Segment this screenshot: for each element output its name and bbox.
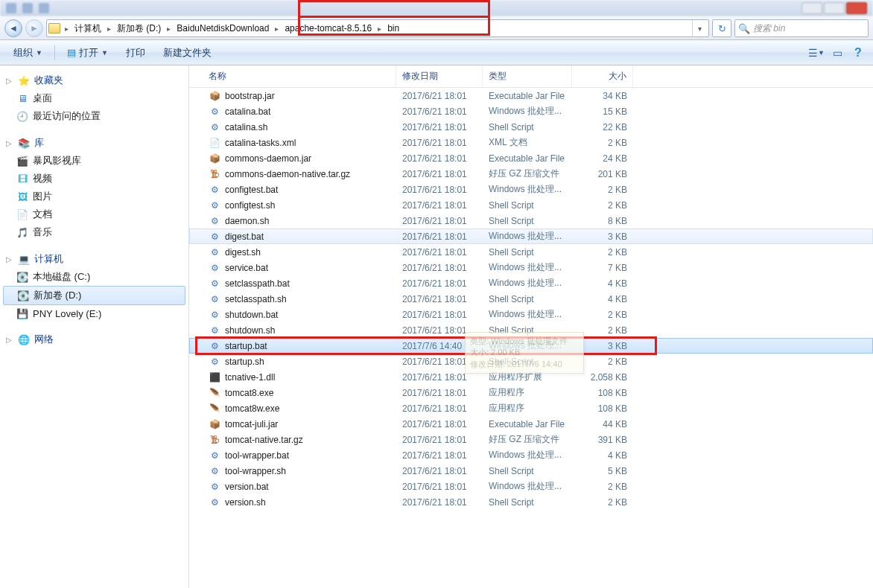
sidebar-computer[interactable]: ▷💻计算机 (3, 250, 185, 268)
file-icon: ⚙ (209, 262, 220, 274)
file-row[interactable]: ⚙tool-wrapper.bat2017/6/21 18:01Windows … (189, 447, 873, 463)
breadcrumb-seg[interactable]: apache-tomcat-8.5.16 (280, 20, 376, 36)
forward-button[interactable]: ► (25, 19, 43, 37)
file-row[interactable]: ⚙catalina.bat2017/6/21 18:01Windows 批处理.… (189, 103, 873, 119)
file-name: tomcat-juli.jar (225, 419, 278, 429)
file-row[interactable]: 📦tomcat-juli.jar2017/6/21 18:01Executabl… (189, 416, 873, 432)
file-row[interactable]: 🗜tomcat-native.tar.gz2017/6/21 18:01好压 G… (189, 432, 873, 447)
sidebar-item-baofeng[interactable]: 🎬暴风影视库 (3, 152, 185, 170)
sidebar-drive-e[interactable]: 💾PNY Lovely (E:) (3, 305, 185, 322)
file-name: daemon.sh (225, 216, 269, 226)
file-size: 22 KB (572, 122, 633, 132)
breadcrumb-seg[interactable]: bin (383, 20, 404, 36)
file-icon: 📦 (209, 418, 220, 430)
title-bar (0, 0, 873, 16)
file-icon: ⚙ (209, 293, 220, 305)
help-button[interactable]: ? (849, 44, 867, 62)
minimize-button[interactable] (801, 2, 822, 14)
col-date[interactable]: 修改日期 (396, 65, 483, 87)
col-type[interactable]: 类型 (483, 65, 572, 87)
breadcrumb-seg[interactable]: 新加卷 (D:) (112, 20, 165, 36)
file-type: Shell Script (483, 497, 572, 508)
file-row[interactable]: ⚙version.sh2017/6/21 18:01Shell Script2 … (189, 494, 873, 510)
file-row[interactable]: ⚙catalina.sh2017/6/21 18:01Shell Script2… (189, 119, 873, 135)
sidebar-favorites[interactable]: ▷⭐收藏夹 (3, 71, 185, 89)
file-size: 4 KB (572, 294, 633, 304)
sidebar-drive-d[interactable]: 💽新加卷 (D:) (3, 286, 185, 305)
file-type: Shell Script (483, 294, 572, 304)
file-icon: ⚙ (209, 106, 220, 118)
file-type: 好压 GZ 压缩文件 (483, 433, 572, 446)
file-name: commons-daemon-native.tar.gz (225, 169, 350, 179)
file-size: 2 KB (572, 185, 633, 195)
file-size: 4 KB (572, 450, 633, 461)
file-type: 好压 GZ 压缩文件 (483, 167, 572, 180)
search-input[interactable]: 🔍 搜索 bin (734, 19, 869, 37)
file-name: setclasspath.bat (225, 278, 290, 289)
file-row[interactable]: 🪶tomcat8w.exe2017/6/21 18:01应用程序108 KB (189, 400, 873, 416)
col-name[interactable]: 名称 (203, 65, 396, 87)
file-icon: 📦 (209, 153, 220, 164)
file-row[interactable]: ⚙shutdown.bat2017/6/21 18:01Windows 批处理.… (189, 307, 873, 322)
file-name: digest.sh (225, 247, 261, 258)
file-row[interactable]: ⚙digest.bat2017/6/21 18:01Windows 批处理...… (189, 229, 873, 244)
sidebar-desktop[interactable]: 🖥桌面 (3, 89, 185, 107)
new-folder-button[interactable]: 新建文件夹 (156, 43, 219, 63)
file-row[interactable]: ⚙version.bat2017/6/21 18:01Windows 批处理..… (189, 479, 873, 494)
file-icon: ⚙ (209, 231, 220, 243)
file-row[interactable]: 🗜commons-daemon-native.tar.gz2017/6/21 1… (189, 166, 873, 182)
sidebar-item-documents[interactable]: 📄文档 (3, 205, 185, 223)
breadcrumb-seg[interactable]: 计算机 (70, 20, 106, 36)
sidebar-item-music[interactable]: 🎵音乐 (3, 223, 185, 241)
file-icon: ⚙ (209, 356, 220, 368)
breadcrumb-seg[interactable]: BaiduNetdiskDownload (172, 20, 273, 36)
col-size[interactable]: 大小 (572, 65, 633, 87)
open-button[interactable]: ▤打开▼ (60, 43, 115, 63)
print-button[interactable]: 打印 (118, 43, 153, 63)
file-row[interactable]: ⚙daemon.sh2017/6/21 18:01Shell Script8 K… (189, 213, 873, 229)
file-row[interactable]: ⚙configtest.sh2017/6/21 18:01Shell Scrip… (189, 197, 873, 213)
file-row[interactable]: ⚙setclasspath.bat2017/6/21 18:01Windows … (189, 275, 873, 291)
file-icon: ⚙ (209, 199, 220, 211)
file-type: Windows 批处理... (483, 480, 572, 493)
file-row[interactable]: 📦commons-daemon.jar2017/6/21 18:01Execut… (189, 150, 873, 166)
file-size: 2 KB (572, 200, 633, 211)
maximize-button[interactable] (824, 2, 845, 14)
sidebar-recent[interactable]: 🕘最近访问的位置 (3, 107, 185, 125)
sidebar-network[interactable]: ▷🌐网络 (3, 330, 185, 348)
file-row[interactable]: 📦bootstrap.jar2017/6/21 18:01Executable … (189, 88, 873, 103)
file-date: 2017/6/21 18:01 (396, 310, 483, 320)
organize-button[interactable]: 组织▼ (6, 43, 50, 63)
file-name: configtest.sh (225, 200, 275, 211)
column-headers[interactable]: 名称 修改日期 类型 大小 (189, 65, 873, 88)
file-row[interactable]: ⚙service.bat2017/6/21 18:01Windows 批处理..… (189, 260, 873, 275)
computer-icon: 💻 (18, 253, 30, 265)
file-row[interactable]: ⚙digest.sh2017/6/21 18:01Shell Script2 K… (189, 244, 873, 260)
back-button[interactable]: ◄ (4, 19, 22, 37)
file-name: catalina.bat (225, 106, 270, 117)
video-icon: 🎞 (16, 173, 28, 185)
file-row[interactable]: ⚙tool-wrapper.sh2017/6/21 18:01Shell Scr… (189, 463, 873, 479)
breadcrumb-dropdown[interactable]: ▾ (692, 20, 707, 36)
file-type: Shell Script (483, 247, 572, 258)
sidebar-drive-c[interactable]: 💽本地磁盘 (C:) (3, 268, 185, 286)
file-name: tcnative-1.dll (225, 372, 275, 383)
sidebar-libraries[interactable]: ▷📚库 (3, 134, 185, 152)
file-row[interactable]: 🪶tomcat8.exe2017/6/21 18:01应用程序108 KB (189, 385, 873, 400)
file-row[interactable]: ⚙configtest.bat2017/6/21 18:01Windows 批处… (189, 182, 873, 197)
address-bar: ◄ ► ▸ 计算机▸ 新加卷 (D:)▸ BaiduNetdiskDownloa… (0, 16, 873, 40)
sidebar-item-pictures[interactable]: 🖼图片 (3, 188, 185, 205)
file-size: 201 KB (572, 169, 633, 179)
file-row[interactable]: 📄catalina-tasks.xml2017/6/21 18:01XML 文档… (189, 135, 873, 150)
sidebar-item-videos[interactable]: 🎞视频 (3, 170, 185, 188)
view-button[interactable]: ☰ ▼ (807, 44, 825, 62)
preview-pane-button[interactable]: ▭ (828, 44, 846, 62)
breadcrumb[interactable]: ▸ 计算机▸ 新加卷 (D:)▸ BaiduNetdiskDownload▸ a… (46, 19, 709, 37)
file-name: shutdown.sh (225, 325, 275, 336)
file-date: 2017/6/21 18:01 (396, 466, 483, 476)
drive-icon: 💽 (17, 290, 29, 301)
refresh-button[interactable]: ↻ (712, 19, 731, 37)
file-row[interactable]: ⚙setclasspath.sh2017/6/21 18:01Shell Scr… (189, 291, 873, 307)
file-name: catalina-tasks.xml (225, 138, 296, 148)
close-button[interactable] (846, 2, 867, 14)
